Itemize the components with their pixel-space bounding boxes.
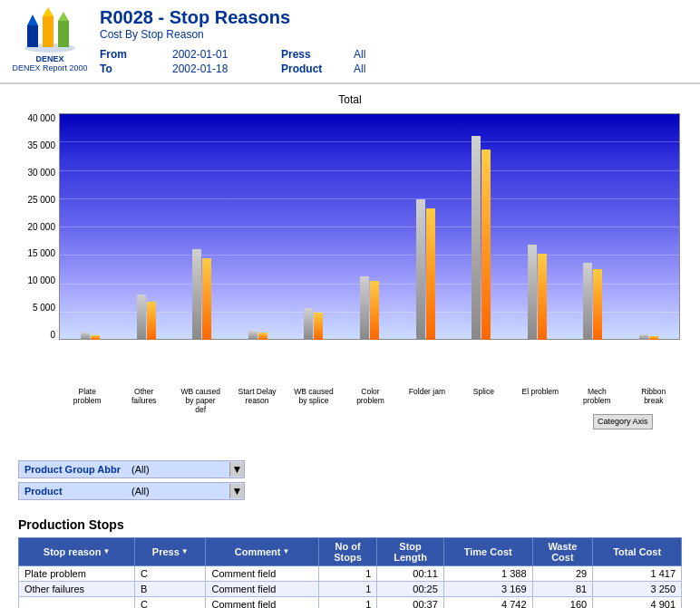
x-label-el: El problem [512, 387, 569, 415]
th-time-cost: Time Cost [443, 537, 532, 565]
td-total-cost-3: 4 901 [593, 596, 682, 608]
th-comment-arrow[interactable]: ▼ [283, 547, 290, 555]
y-label-10000: 10 000 [27, 275, 55, 285]
svg-rect-2 [43, 16, 53, 47]
td-comment-1: Comment field [206, 565, 318, 581]
td-stop-length-1: 00:11 [377, 565, 444, 581]
bar-orange-wb-splice [314, 313, 323, 340]
y-label-0: 0 [50, 330, 55, 340]
bar-gray-folder [416, 199, 425, 340]
th-total-cost: Total Cost [593, 537, 682, 565]
table-header-row: Stop reason ▼ Press ▼ Comment ▼ [19, 537, 682, 565]
bar-gray-el [528, 245, 537, 340]
y-label-40000: 40 000 [27, 113, 55, 123]
y-label-15000: 15 000 [27, 248, 55, 258]
bar-orange-folder [426, 208, 435, 340]
param-value-product: All [354, 63, 426, 75]
bar-group-mech-problem [565, 113, 621, 340]
table-row: Plate problem C Comment field 1 00:11 1 … [19, 565, 682, 581]
param-label-from: From [100, 48, 172, 61]
td-no-stops-3: 1 [318, 596, 377, 608]
bar-gray-plate [81, 333, 90, 340]
bar-orange-splice [481, 150, 491, 340]
y-label-35000: 35 000 [27, 140, 55, 150]
th-comment-label: Comment [235, 546, 281, 557]
th-comment: Comment ▼ [206, 537, 318, 565]
td-stop-reason-1: Plate problem [19, 565, 135, 581]
th-no-stops: No ofStops [318, 537, 377, 565]
logo-text: DENEX [9, 54, 91, 63]
bar-orange-plate [91, 335, 100, 340]
bar-gray-wb-splice [304, 308, 313, 340]
td-stop-reason-3 [19, 596, 135, 608]
x-label-wb-splice: WB causedby splice [286, 387, 342, 415]
bar-gray-ribbon [639, 334, 648, 340]
td-waste-cost-3: 160 [532, 596, 593, 608]
bar-orange-other [147, 302, 156, 340]
y-label-20000: 20 000 [27, 222, 55, 232]
td-stop-length-2: 00:25 [377, 581, 444, 596]
bar-group-el-problem [509, 113, 565, 340]
filter-dropdown-product-group[interactable]: ▼ [229, 462, 244, 477]
bar-group-other-failures [119, 113, 175, 340]
bar-orange-color [370, 281, 379, 340]
logo-area: DENEX DENEX Report 2000 [9, 7, 91, 72]
category-axis-button[interactable]: Category Axis [593, 414, 653, 429]
bar-group-plate-problem [63, 113, 119, 340]
bar-gray-wb-paper [192, 249, 201, 340]
x-label-ribbon: Ribbonbreak [626, 387, 682, 415]
report-subtitle: Cost By Stop Reason [100, 28, 691, 41]
th-stop-reason-arrow[interactable]: ▼ [102, 547, 110, 555]
table-row: Other failures B Comment field 1 00:25 3… [19, 581, 682, 596]
bar-group-wb-splice [286, 113, 342, 340]
y-label-25000: 25 000 [27, 195, 55, 205]
bar-group-splice [453, 113, 510, 340]
x-label-wb-paper: WB causedby paperdef [172, 387, 228, 415]
page-header: DENEX DENEX Report 2000 R0028 - Stop Rea… [0, 0, 700, 84]
td-stop-length-3: 00:37 [377, 596, 444, 608]
bar-orange-mech [593, 269, 602, 340]
param-label-press: Press [281, 48, 354, 61]
filter-row-product: Product (All) ▼ [18, 482, 245, 500]
x-label-splice: Splice [455, 387, 511, 415]
filter-label-product-group: Product Group Abbr [19, 461, 128, 478]
y-label-30000: 30 000 [27, 168, 55, 178]
header-info: R0028 - Stop Reasons Cost By Stop Reason… [91, 7, 691, 75]
filter-row-product-group: Product Group Abbr (All) ▼ [18, 460, 245, 478]
td-time-cost-2: 3 169 [443, 581, 532, 596]
param-value-to: 2002-01-18 [172, 63, 281, 75]
production-stops-title: Production Stops [18, 517, 682, 532]
x-label-start-delay: Start Delayreason [228, 387, 285, 415]
td-stop-reason-2: Other failures [19, 581, 135, 596]
bar-orange-wb-paper [202, 258, 211, 340]
bar-orange-el [538, 254, 547, 340]
x-label-color: Colorproblem [342, 387, 398, 415]
td-time-cost-3: 4 742 [443, 596, 532, 608]
th-stop-reason-label: Stop reason [44, 546, 102, 557]
th-press-arrow[interactable]: ▼ [181, 547, 189, 555]
svg-rect-3 [58, 21, 69, 47]
filter-dropdown-product[interactable]: ▼ [229, 484, 244, 498]
report-title: R0028 - Stop Reasons [100, 7, 691, 28]
td-no-stops-2: 1 [318, 581, 377, 596]
logo-subtext: DENEX Report 2000 [9, 63, 91, 72]
td-no-stops-1: 1 [318, 565, 377, 581]
th-press: Press ▼ [135, 537, 206, 565]
td-waste-cost-2: 81 [532, 581, 593, 596]
bar-gray-splice [472, 136, 481, 340]
svg-marker-6 [58, 12, 69, 21]
bar-group-start-delay [230, 113, 287, 340]
td-total-cost-1: 1 417 [593, 565, 682, 581]
x-label-plate: Plateproblem [59, 387, 115, 415]
bar-group-wb-paper [174, 113, 230, 340]
td-waste-cost-1: 29 [532, 565, 593, 581]
bar-orange-ribbon [649, 336, 658, 340]
x-axis-labels: Plateproblem Otherfailures WB causedby p… [59, 387, 682, 415]
td-time-cost-1: 1 388 [443, 565, 532, 581]
filters-section: Product Group Abbr (All) ▼ Product (All)… [0, 451, 700, 513]
bar-gray-start-delay [248, 331, 258, 340]
bar-group-color-problem [342, 113, 398, 340]
param-value-press: All [354, 48, 426, 61]
production-stops-section: Production Stops Stop reason ▼ Press ▼ [0, 513, 700, 608]
x-label-mech: Mechproblem Category Axis [569, 387, 625, 415]
